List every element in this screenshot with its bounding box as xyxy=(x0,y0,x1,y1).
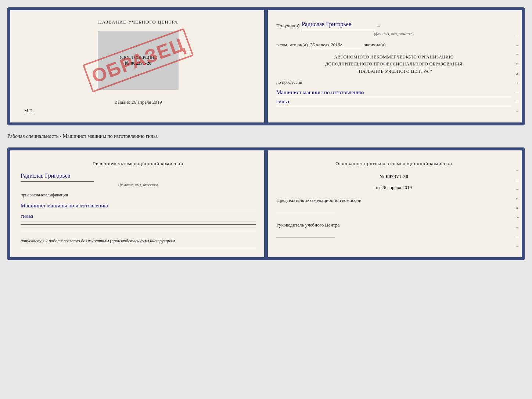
deco8: – xyxy=(516,98,520,106)
bottom-right-panel: Основание: протокол экзаменационной коми… xyxy=(266,150,522,257)
bdeco2: – xyxy=(516,176,520,184)
qualification-line2: гильз xyxy=(21,211,256,221)
poluchil-row: Получил(а) Радислав Григорьев – xyxy=(276,19,511,30)
org-line1: АВТОНОМНУЮ НЕКОММЕРЧЕСКУЮ ОРГАНИЗАЦИЮ xyxy=(276,54,511,61)
fio-sub-top: (фамилия, имя, отчество) xyxy=(276,31,511,38)
bottom-document-card: Решением экзаменационной комиссии Радисл… xyxy=(7,147,525,260)
deco9: – xyxy=(516,108,520,115)
vydano-line: Выдано 26 апреля 2019 xyxy=(114,99,162,105)
deco4: и xyxy=(516,60,520,68)
bdeco8: – xyxy=(516,233,520,241)
profession-name-line2: гильз xyxy=(276,97,511,106)
profession-name-line1: Машинист машины по изготовлению xyxy=(276,88,511,97)
bdeco3: – xyxy=(516,186,520,193)
stamp-area: УДОСТОВЕРЕНИЕ № 002371-20 ОБРАЗЕЦ xyxy=(98,31,179,90)
protocol-number: № 002371-20 xyxy=(276,172,511,181)
osnovanie-title: Основание: протокол экзаменационной коми… xyxy=(276,159,511,168)
stamp-number: № 002371-20 xyxy=(125,60,152,66)
org-block: АВТОНОМНУЮ НЕКОММЕРЧЕСКУЮ ОРГАНИЗАЦИЮ ДО… xyxy=(276,54,511,75)
vydano-label: Выдано xyxy=(114,99,130,105)
bottom-person-name: Радислав Григорьев xyxy=(21,171,94,182)
bdeco5: а xyxy=(516,204,520,212)
prisvoena-label: присвоена квалификация xyxy=(21,191,256,199)
ot-date-row: от 26 апреля 2019 xyxy=(276,183,511,192)
vtom-date: 26 апреля 2019г. xyxy=(310,40,362,49)
bdeco1: – xyxy=(516,167,520,174)
dopuskaetsya-block: допускается к работе согласно должностны… xyxy=(21,237,256,245)
qualification-line1: Машинист машины по изготовлению xyxy=(21,201,256,211)
vtom-row: в том, что он(а) 26 апреля 2019г. окончи… xyxy=(276,40,511,49)
right-side-deco-bottom: – – – и а ← – – – xyxy=(516,150,520,257)
page-wrapper: НАЗВАНИЕ УЧЕБНОГО ЦЕНТРА УДОСТОВЕРЕНИЕ №… xyxy=(7,7,525,260)
vtom-label: в том, что он(а) xyxy=(276,40,308,49)
top-left-title: НАЗВАНИЕ УЧЕБНОГО ЦЕНТРА xyxy=(98,19,178,25)
org-line2: ДОПОЛНИТЕЛЬНОГО ПРОФЕССИОНАЛЬНОГО ОБРАЗО… xyxy=(276,61,511,68)
dash-after-name: – xyxy=(377,21,380,30)
ot-date-value: 26 апреля 2019 xyxy=(381,185,412,190)
right-side-deco-top: – – – и а ← – – – xyxy=(516,10,520,122)
dopusk-prefix: допускается к xyxy=(21,238,47,243)
dopusk-text: работе согласно должностным (производств… xyxy=(48,238,175,243)
mp-label: М.П. xyxy=(24,108,33,114)
recipient-name: Радислав Григорьев xyxy=(302,19,375,30)
bottom-fio-sub: (фамилия, имя, отчество) xyxy=(21,182,256,188)
po-professii-label: по профессии xyxy=(276,79,511,87)
okончил-label: окончил(а) xyxy=(364,40,386,49)
bdeco7: – xyxy=(516,224,520,231)
udostoverenie-label: УДОСТОВЕРЕНИЕ xyxy=(119,55,157,60)
top-right-panel: Получил(а) Радислав Григорьев – (фамилия… xyxy=(266,10,522,122)
deco2: – xyxy=(516,42,520,49)
predsedatel-block: Председатель экзаменационной комиссии xyxy=(276,196,511,216)
deco3: – xyxy=(516,51,520,58)
top-document-card: НАЗВАНИЕ УЧЕБНОГО ЦЕНТРА УДОСТОВЕРЕНИЕ №… xyxy=(7,7,525,125)
resheniem-title: Решением экзаменационной комиссии xyxy=(21,159,256,168)
ot-label: от xyxy=(376,185,380,190)
predsedatel-label: Председатель экзаменационной комиссии xyxy=(276,196,511,204)
stamp-inner: УДОСТОВЕРЕНИЕ № 002371-20 xyxy=(119,55,157,66)
deco1: – xyxy=(516,32,520,39)
vydano-date: 26 апреля 2019 xyxy=(132,99,162,105)
deco5: а xyxy=(516,70,520,77)
predsedatel-signature-line xyxy=(276,206,335,213)
deco7: – xyxy=(516,89,520,96)
bottom-left-panel: Решением экзаменационной комиссии Радисл… xyxy=(10,150,266,257)
org-line3: " НАЗВАНИЕ УЧЕБНОГО ЦЕНТРА " xyxy=(276,68,511,75)
top-left-panel: НАЗВАНИЕ УЧЕБНОГО ЦЕНТРА УДОСТОВЕРЕНИЕ №… xyxy=(10,10,266,122)
deco6: ← xyxy=(516,79,520,87)
rukovoditel-block: Руководитель учебного Центра xyxy=(276,221,511,241)
rukovoditel-label: Руководитель учебного Центра xyxy=(276,221,511,229)
bdeco9: – xyxy=(516,243,520,250)
middle-label: Рабочая специальность - Машинист машины … xyxy=(7,132,525,141)
poluchil-label: Получил(а) xyxy=(276,21,299,30)
bdeco4: и xyxy=(516,195,520,203)
bdeco6: ← xyxy=(516,214,520,221)
rukovoditel-signature-line xyxy=(276,231,335,238)
